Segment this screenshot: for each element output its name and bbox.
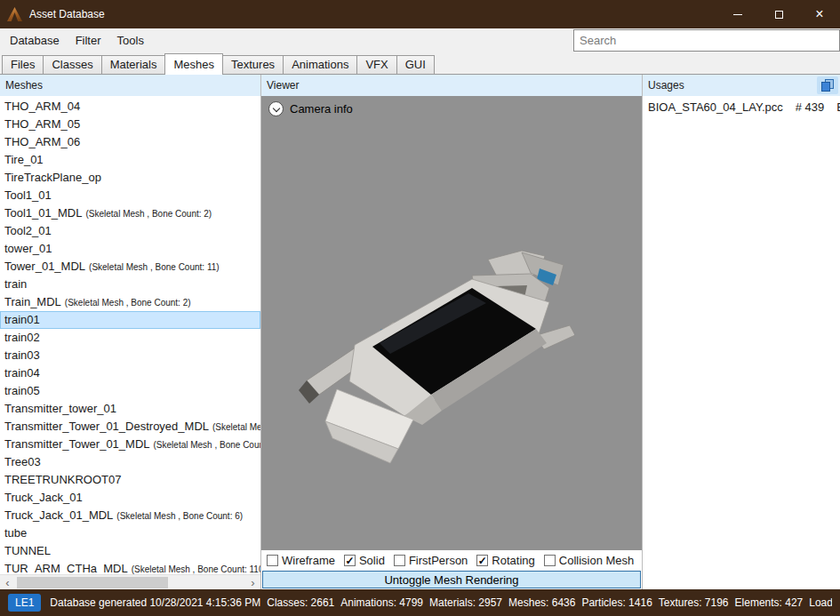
- status-segment: Particles: 1416: [581, 596, 652, 609]
- title-bar: Asset Database ×: [0, 0, 840, 28]
- list-item[interactable]: Transmitter_Tower_01_Destroyed_MDL (Skel…: [0, 418, 260, 436]
- usages-panel: Usages BIOA_STA60_04_LAY.pcc # 439 BioGa…: [643, 75, 840, 589]
- usage-list: BIOA_STA60_04_LAY.pcc # 439 BioGar: [643, 96, 840, 589]
- mesh-name: TUNNEL: [4, 542, 51, 560]
- menu-item[interactable]: Filter: [68, 28, 109, 52]
- usages-panel-header: Usages: [643, 75, 840, 96]
- checkbox-label: Collision Mesh: [559, 554, 635, 567]
- viewer-checkbox[interactable]: ✓ Collision Mesh: [544, 554, 635, 567]
- viewport[interactable]: Camera info: [261, 96, 642, 550]
- copy-button[interactable]: [817, 76, 838, 94]
- list-item[interactable]: Tree03: [0, 453, 260, 471]
- list-item[interactable]: Truck_Jack_01_MDL (Skeletal Mesh , Bone …: [0, 507, 260, 524]
- close-button[interactable]: ×: [799, 0, 840, 28]
- viewer-checkbox[interactable]: ✓ Solid: [344, 554, 385, 567]
- mesh-detail: (Skeletal Mesh , Bone Count: 6): [116, 508, 243, 524]
- menu-item[interactable]: Tools: [109, 28, 152, 52]
- checkbox-label: FirstPerson: [409, 554, 468, 567]
- meshes-header-label: Meshes: [5, 75, 43, 96]
- mesh-3d-preview[interactable]: [297, 247, 574, 469]
- mesh-detail: (Skeletal Mesh , Bone Count:: [154, 436, 260, 453]
- search-input[interactable]: [573, 29, 840, 52]
- tab[interactable]: Materials: [101, 55, 166, 74]
- viewer-checkbox[interactable]: ✓ Wireframe: [267, 554, 335, 567]
- tab-strip: Files Classes Materials Meshes Textures …: [0, 52, 840, 75]
- mesh-name: Tool1_01_MDL: [4, 204, 82, 222]
- status-bar: LE1 Database generated 10/28/2021 4:15:3…: [0, 589, 840, 616]
- status-segment: Database generated 10/28/2021 4:15:36 PM: [50, 596, 260, 609]
- list-item[interactable]: train01: [0, 311, 260, 329]
- status-segment: Meshes: 6436: [508, 596, 575, 609]
- mesh-name: train05: [4, 382, 40, 400]
- list-item[interactable]: Truck_Jack_01: [0, 489, 260, 507]
- checkbox-box[interactable]: ✓: [476, 555, 488, 566]
- viewer-checkbox[interactable]: ✓ Rotating: [476, 554, 534, 567]
- mesh-name: Truck_Jack_01_MDL: [4, 507, 113, 524]
- mesh-name: train01: [4, 311, 40, 329]
- list-item[interactable]: Transmitter_tower_01: [0, 400, 260, 418]
- camera-info-expander[interactable]: Camera info: [268, 101, 353, 116]
- scroll-right-icon[interactable]: ›: [245, 575, 260, 590]
- minimize-icon: [733, 14, 742, 15]
- tab[interactable]: Meshes: [164, 53, 223, 75]
- list-item[interactable]: Tower_01_MDL (Skeletal Mesh , Bone Count…: [0, 258, 260, 276]
- tab[interactable]: Textures: [222, 55, 284, 74]
- untoggle-mesh-rendering-button[interactable]: Untoggle Mesh Rendering: [262, 571, 641, 588]
- mesh-detail: (Skeletal Mesh , Bone Count: 2): [85, 205, 212, 222]
- checkbox-box[interactable]: ✓: [267, 555, 278, 566]
- tab[interactable]: VFX: [356, 55, 396, 74]
- window-title: Asset Database: [29, 8, 105, 20]
- list-item[interactable]: tower_01: [0, 240, 260, 258]
- list-item[interactable]: train02: [0, 329, 260, 347]
- tab[interactable]: Files: [2, 55, 44, 74]
- minimize-button[interactable]: [717, 0, 758, 28]
- mesh-name: tower_01: [4, 240, 52, 258]
- menu-item[interactable]: Database: [2, 28, 68, 52]
- list-item[interactable]: train03: [0, 347, 260, 364]
- app-logo-icon: [7, 7, 22, 21]
- list-item[interactable]: THO_ARM_05: [0, 116, 260, 133]
- checkbox-box[interactable]: ✓: [344, 555, 356, 566]
- scrollbar-thumb[interactable]: [17, 577, 168, 588]
- chevron-down-icon[interactable]: [268, 101, 284, 116]
- viewer-panel: Viewer Camera info: [261, 75, 643, 589]
- checkbox-box[interactable]: ✓: [394, 555, 405, 566]
- mesh-name: Tree03: [4, 453, 41, 471]
- list-item[interactable]: Tire_01: [0, 151, 260, 169]
- menu-bar: Database Filter Tools: [0, 28, 840, 52]
- tab[interactable]: Classes: [43, 55, 101, 74]
- list-item[interactable]: Train_MDL (Skeletal Mesh , Bone Count: 2…: [0, 293, 260, 311]
- check-icon: ✓: [478, 555, 487, 567]
- list-item[interactable]: train05: [0, 382, 260, 400]
- tab[interactable]: GUI: [396, 55, 435, 74]
- viewer-checkbox[interactable]: ✓ FirstPerson: [394, 554, 468, 567]
- status-segment: Elements: 427: [735, 596, 804, 609]
- checkbox-box[interactable]: ✓: [544, 555, 556, 566]
- scroll-left-icon[interactable]: ‹: [0, 575, 15, 590]
- maximize-icon: [775, 11, 783, 19]
- list-item[interactable]: Tool1_01_MDL (Skeletal Mesh , Bone Count…: [0, 204, 260, 222]
- scrollbar-track[interactable]: [15, 577, 245, 588]
- list-item[interactable]: Tool1_01: [0, 187, 260, 204]
- mesh-name: Tool2_01: [4, 222, 52, 240]
- list-item[interactable]: TUNNEL: [0, 542, 260, 560]
- usage-file: BIOA_STA60_04_LAY.pcc: [648, 100, 783, 114]
- list-item[interactable]: TREETRUNKROOT07: [0, 471, 260, 489]
- list-item[interactable]: train04: [0, 364, 260, 382]
- list-item[interactable]: THO_ARM_06: [0, 133, 260, 151]
- list-item[interactable]: Tool2_01: [0, 222, 260, 240]
- maximize-button[interactable]: [758, 0, 799, 28]
- tab[interactable]: Animations: [283, 55, 357, 74]
- list-item[interactable]: Transmitter_Tower_01_MDL (Skeletal Mesh …: [0, 436, 260, 453]
- usage-row[interactable]: BIOA_STA60_04_LAY.pcc # 439 BioGar: [643, 98, 840, 116]
- meshes-panel-header: Meshes: [0, 75, 260, 96]
- mesh-name: THO_ARM_04: [4, 98, 80, 116]
- status-segment: LoadTime: 735.31: [809, 596, 832, 609]
- list-item[interactable]: train: [0, 276, 260, 293]
- list-item[interactable]: tube: [0, 524, 260, 542]
- list-item[interactable]: THO_ARM_04: [0, 98, 260, 116]
- usage-export-index: # 439: [796, 100, 825, 114]
- mesh-name: Train_MDL: [4, 293, 61, 311]
- list-item[interactable]: TireTrackPlane_op: [0, 169, 260, 187]
- horizontal-scrollbar[interactable]: ‹ ›: [0, 574, 260, 589]
